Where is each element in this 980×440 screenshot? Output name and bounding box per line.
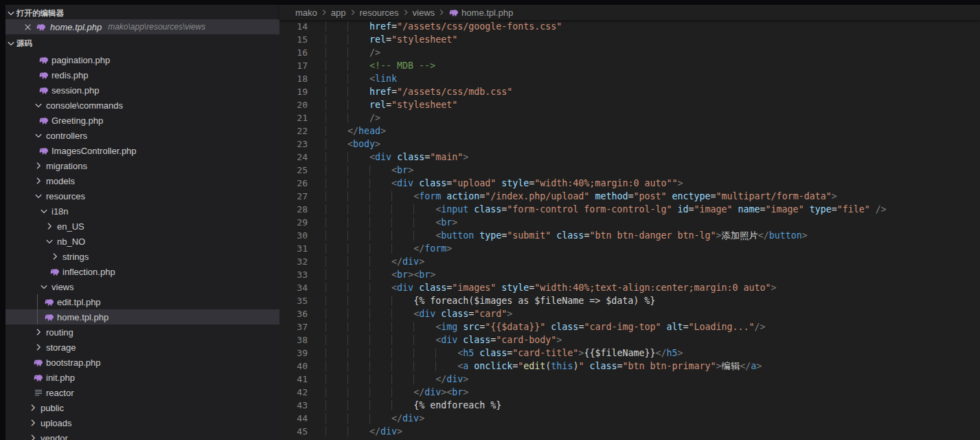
- tree-item-uploads[interactable]: uploads: [5, 415, 280, 430]
- tree-item-inflection.php[interactable]: inflection.php: [5, 264, 280, 279]
- tree-item-models[interactable]: models: [5, 173, 280, 188]
- code-line-25[interactable]: 25 <br>: [280, 164, 980, 177]
- tree-item-label: home.tpl.php: [57, 312, 109, 322]
- tree-item-label: ImagesController.php: [52, 146, 137, 156]
- tree-item-vendor[interactable]: vendor: [5, 430, 280, 440]
- code-line-content: href="/assets/css/google-fonts.css": [326, 20, 562, 33]
- section-source-label: 源码: [16, 38, 32, 49]
- tree-item-home.tpl.php[interactable]: home.tpl.php: [5, 309, 280, 324]
- tree-item-init.php[interactable]: init.php: [5, 370, 280, 385]
- code-line-17[interactable]: 17 <!-- MDB -->: [280, 59, 980, 72]
- tree-item-session.php[interactable]: session.php: [5, 82, 280, 98]
- editor-pane: makoappresourcesviewshome.tpl.php 14 hre…: [280, 5, 980, 440]
- line-number: 40: [280, 360, 326, 373]
- code-line-31[interactable]: 31 </form>: [280, 242, 980, 255]
- code-line-38[interactable]: 38 <div class="card-body">: [280, 333, 980, 346]
- code-line-37[interactable]: 37 <img src="{{$data}}" class="card-img-…: [280, 320, 980, 333]
- line-number: 32: [280, 255, 326, 268]
- chevron-right-icon: [44, 221, 55, 232]
- code-line-43[interactable]: 43 {% endforeach %}: [280, 399, 980, 412]
- line-number: 22: [280, 124, 326, 138]
- code-line-44[interactable]: 44 </div>: [280, 412, 980, 425]
- code-line-42[interactable]: 42 </div><br>: [280, 386, 980, 399]
- tree-item-controllers[interactable]: controllers: [5, 128, 280, 143]
- code-line-content: </form>: [326, 242, 452, 255]
- tree-item-label: en_US: [57, 221, 84, 232]
- code-line-45[interactable]: 45 </div>: [280, 425, 980, 438]
- chevron-down-icon: [38, 206, 49, 217]
- code-line-36[interactable]: 36 <div class="card">: [280, 307, 980, 320]
- code-line-15[interactable]: 15 rel="stylesheet": [280, 33, 980, 46]
- line-number: 21: [280, 111, 326, 124]
- section-source[interactable]: 源码: [5, 36, 280, 51]
- explorer-sidebar: 打开的编辑器 home.tpl.php mako\app\resources\v…: [5, 5, 280, 440]
- tree-item-views[interactable]: views: [5, 279, 280, 294]
- code-line-content: <div class="upload" style="width:40%;mar…: [326, 177, 683, 190]
- breadcrumb-item-app[interactable]: app: [331, 8, 346, 18]
- tree-item-routing[interactable]: routing: [5, 324, 280, 340]
- tree-item-label: vendor: [41, 433, 68, 440]
- code-line-content: <br>: [326, 216, 457, 229]
- code-line-22[interactable]: 22 </head>: [280, 124, 980, 138]
- tree-item-Greeting.php[interactable]: Greeting.php: [5, 113, 280, 128]
- php-icon: [36, 19, 47, 34]
- tree-item-strings[interactable]: strings: [5, 249, 280, 264]
- section-open-editors[interactable]: 打开的编辑器: [5, 6, 280, 21]
- line-number: 31: [280, 242, 326, 255]
- code-line-14[interactable]: 14 href="/assets/css/google-fonts.css": [280, 20, 980, 33]
- code-line-34[interactable]: 34 <div class="images" style="width:40%;…: [280, 281, 980, 294]
- tree-item-nb_NO[interactable]: nb_NO: [5, 234, 280, 249]
- chevron-down-icon: [5, 36, 16, 51]
- breadcrumb-item-views[interactable]: views: [413, 8, 435, 18]
- tree-item-resources[interactable]: resources: [5, 188, 280, 204]
- code-line-26[interactable]: 26 <div class="upload" style="width:40%;…: [280, 177, 980, 190]
- tree-item-edit.tpl.php[interactable]: edit.tpl.php: [5, 294, 280, 309]
- breadcrumb-separator: [401, 8, 411, 17]
- line-number: 42: [280, 386, 326, 399]
- code-line-23[interactable]: 23 <body>: [280, 138, 980, 151]
- tree-item-reactor[interactable]: reactor: [5, 385, 280, 400]
- code-line-content: {% foreach($images as $fileName => $data…: [326, 294, 655, 307]
- code-line-content: <link: [326, 72, 397, 85]
- open-editor-item[interactable]: home.tpl.php mako\app\resources\views: [5, 19, 280, 34]
- code-line-27[interactable]: 27 <form action="/index.php/upload" meth…: [280, 190, 980, 203]
- tree-item-storage[interactable]: storage: [5, 340, 280, 355]
- open-editor-filename: home.tpl.php: [50, 22, 102, 32]
- tree-item-redis.php[interactable]: redis.php: [5, 67, 280, 82]
- code-line-28[interactable]: 28 <input class="form-control form-contr…: [280, 203, 980, 216]
- tree-item-console-commands[interactable]: console\commands: [5, 98, 280, 113]
- code-line-33[interactable]: 33 <br><br>: [280, 268, 980, 281]
- tree-item-migrations[interactable]: migrations: [5, 158, 280, 173]
- tree-item-label: i18n: [52, 206, 69, 217]
- code-line-40[interactable]: 40 <a onclick="edit(this)" class="btn bt…: [280, 360, 980, 373]
- code-line-21[interactable]: 21 />: [280, 111, 980, 124]
- code-line-30[interactable]: 30 <button type="submit" class="btn btn-…: [280, 229, 980, 242]
- tree-item-i18n[interactable]: i18n: [5, 204, 280, 219]
- code-line-29[interactable]: 29 <br>: [280, 216, 980, 229]
- tree-item-bootstrap.php[interactable]: bootstrap.php: [5, 355, 280, 370]
- php-icon: [44, 296, 55, 307]
- chevron-right-icon: [49, 251, 60, 262]
- tree-item-ImagesController.php[interactable]: ImagesController.php: [5, 143, 280, 158]
- code-line-39[interactable]: 39 <h5 class="card-title">{{$fileName}}<…: [280, 346, 980, 360]
- code-line-19[interactable]: 19 href="/assets/css/mdb.css": [280, 85, 980, 98]
- code-line-24[interactable]: 24 <div class="main">: [280, 151, 980, 164]
- breadcrumb-item-home.tpl.php[interactable]: home.tpl.php: [461, 8, 513, 18]
- line-number: 29: [280, 216, 326, 229]
- code-line-16[interactable]: 16 />: [280, 46, 980, 59]
- close-icon[interactable]: [22, 19, 33, 34]
- code-line-18[interactable]: 18 <link: [280, 72, 980, 85]
- code-line-41[interactable]: 41 </div>: [280, 373, 980, 386]
- tree-item-pagination.php[interactable]: pagination.php: [5, 52, 280, 67]
- tree-item-en_US[interactable]: en_US: [5, 219, 280, 234]
- breadcrumb-item-mako[interactable]: mako: [295, 8, 317, 18]
- tree-item-label: bootstrap.php: [46, 358, 101, 368]
- breadcrumb-item-resources[interactable]: resources: [360, 8, 399, 18]
- line-number: 37: [280, 320, 326, 333]
- code-line-32[interactable]: 32 </div>: [280, 255, 980, 268]
- line-number: 25: [280, 164, 326, 177]
- code-line-20[interactable]: 20 rel="stylesheet": [280, 98, 980, 111]
- code-editor[interactable]: 14 href="/assets/css/google-fonts.css"15…: [280, 20, 980, 440]
- code-line-35[interactable]: 35 {% foreach($images as $fileName => $d…: [280, 294, 980, 307]
- tree-item-public[interactable]: public: [5, 400, 280, 415]
